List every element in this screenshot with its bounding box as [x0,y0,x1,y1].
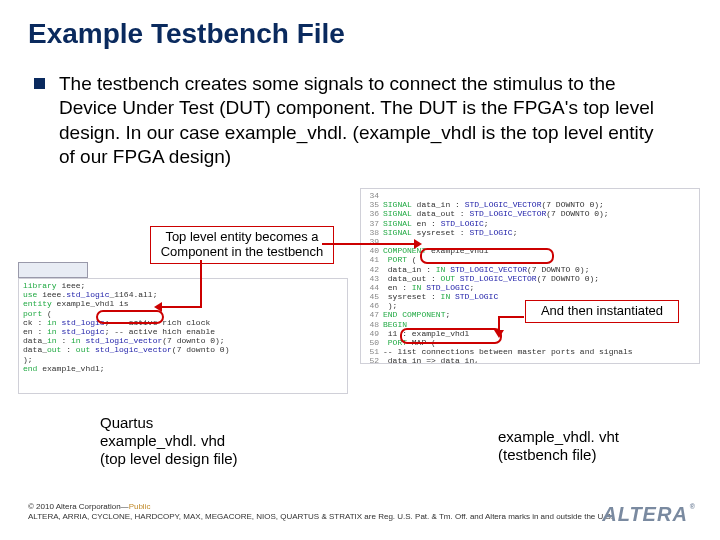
callout-instance: And then instantiated [525,300,679,323]
trademark-notice: ALTERA, ARRIA, CYCLONE, HARDCOPY, MAX, M… [28,512,692,522]
logo-text: ALTERA [602,503,688,525]
arrow-3h [160,306,202,308]
bullet-icon [34,78,45,89]
caption-left: Quartus example_vhdl. vhd (top level des… [100,414,300,468]
arrow-1-head [414,239,422,249]
arrow-1 [322,243,416,245]
body-content: The testbench creates some signals to co… [34,72,692,169]
caption-left-name: Quartus [100,414,153,431]
code-design: library ieee;use ieee.std_logic_1164.all… [18,278,348,394]
highlight-entity [96,310,164,324]
slide-title: Example Testbench File [28,18,692,50]
arrow-3v [200,260,202,306]
arrow-2 [500,316,524,318]
caption-left-desc: (top level design file) [100,450,238,467]
caption-right-desc: (testbench file) [498,446,596,463]
body-text: The testbench creates some signals to co… [59,72,669,169]
project-panel [18,262,88,278]
arrow-2-head [494,330,504,338]
classification: Public [129,502,151,511]
altera-logo: ALTERA® [602,503,696,526]
arrow-3-head [154,302,162,312]
copyright: © 2010 Altera Corporation— [28,502,129,511]
callout-component: Top level entity becomes a Component in … [150,226,334,264]
caption-right-file: example_vhdl. vht [498,428,619,445]
highlight-component [420,248,554,264]
caption-right: example_vhdl. vht (testbench file) [498,428,678,464]
footer: © 2010 Altera Corporation—Public ALTERA,… [28,502,692,522]
registered-icon: ® [690,503,696,510]
diagram-area: 3435SIGNAL data_in : STD_LOGIC_VECTOR(7 … [0,218,720,418]
highlight-instance [400,328,502,344]
caption-left-file: example_vhdl. vhd [100,432,225,449]
